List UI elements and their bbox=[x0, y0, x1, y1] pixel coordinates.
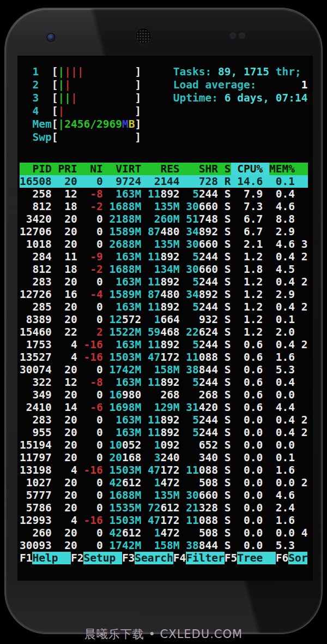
process-row[interactable]: 12726 16 -4 1589M 87480 34892 S 1.2 2.9 bbox=[20, 288, 308, 301]
process-row[interactable]: 5777 20 0 1688M 135M 30660 S 0.0 4.6 bbox=[20, 489, 308, 502]
process-row[interactable]: 258 12 -8 163M 11892 5244 S 7.9 0.4 bbox=[20, 188, 308, 200]
watermark: 晨曦乐下载 • CXLEDU.COM bbox=[0, 627, 327, 642]
meter-info-line: Mem[|2456/2969MB] bbox=[20, 118, 308, 131]
proximity-sensor-icon bbox=[229, 33, 236, 39]
process-table: 16508 20 0 9724 2144 728 R 14.6 0.1 258 … bbox=[20, 175, 308, 552]
process-row[interactable]: 285 20 0 163M 11892 5244 S 1.2 0.4 2 bbox=[20, 301, 308, 313]
column-header-pri[interactable]: PRI bbox=[58, 163, 77, 175]
system-meters: 1 [|||| ] Tasks: 89, 1715 thr; 2 [|| ] L… bbox=[20, 65, 308, 144]
terminal-screen: 1 [|||| ] Tasks: 89, 1715 thr; 2 [|| ] L… bbox=[17, 56, 313, 581]
process-row[interactable]: 812 18 -2 1688M 135M 30660 S 7.3 4.6 bbox=[20, 200, 308, 213]
fkey-filter[interactable]: F4Filter bbox=[173, 552, 225, 564]
process-row[interactable]: 12706 20 0 1589M 87480 34892 S 6.7 2.9 bbox=[20, 225, 308, 238]
process-row[interactable]: 955 20 0 163M 11892 5244 S 0.0 0.4 2 bbox=[20, 426, 308, 439]
process-row[interactable]: 13527 4 -16 1503M 47172 11088 S 0.6 1.6 bbox=[20, 351, 308, 363]
process-row[interactable]: 283 20 0 163M 11892 5244 S 0.0 0.4 2 bbox=[20, 414, 308, 426]
process-row[interactable]: 2410 14 -6 1698M 129M 31420 S 0.6 4.4 bbox=[20, 401, 308, 414]
meter-info-line: 2 [|| ] Load average: 1 bbox=[20, 79, 308, 92]
process-row[interactable]: 12993 4 -16 1503M 47172 11088 S 0.0 1.6 bbox=[20, 514, 308, 527]
meter-info-line: 4 [| ] bbox=[20, 105, 308, 118]
process-row[interactable]: 8389 20 0 12572 1664 932 S 1.2 0.1 bbox=[20, 313, 308, 326]
process-row[interactable]: 283 20 0 163M 11892 5244 S 1.2 0.4 2 bbox=[20, 276, 308, 288]
fkey-setup[interactable]: F2Setup bbox=[71, 552, 122, 564]
column-header-res[interactable]: RES bbox=[160, 163, 179, 175]
speaker-grille-icon bbox=[136, 28, 151, 44]
process-row[interactable]: 812 18 -2 1688M 134M 30660 S 1.8 4.5 bbox=[20, 263, 308, 276]
process-row[interactable]: 260 20 0 42612 1472 508 S 0.0 0.0 4 bbox=[20, 527, 308, 539]
process-row[interactable]: 15194 20 0 10052 1092 652 S 0.0 0.0 bbox=[20, 439, 308, 451]
process-row[interactable]: 1753 4 -16 163M 11892 5244 S 0.6 0.4 2 bbox=[20, 338, 308, 351]
table-header: PID PRI NI VIRT RES SHR S CPU% MEM% bbox=[20, 163, 308, 175]
screenshot-stage: 1 [|||| ] Tasks: 89, 1715 thr; 2 [|| ] L… bbox=[0, 0, 327, 644]
process-row[interactable]: 349 20 0 16980 268 268 S 0.6 0.0 bbox=[20, 389, 308, 401]
process-row[interactable]: 30074 20 0 1742M 158M 38844 S 0.6 5.3 bbox=[20, 363, 308, 376]
column-header-pid[interactable]: PID bbox=[32, 163, 51, 175]
fkey-sortby[interactable]: F6Sor bbox=[276, 552, 308, 564]
column-header-shr[interactable]: SHR bbox=[199, 163, 218, 175]
ambient-sensor-icon bbox=[239, 33, 245, 39]
process-row-selected[interactable]: 16508 20 0 9724 2144 728 R 14.6 0.1 bbox=[20, 175, 308, 188]
process-row[interactable]: 3420 20 0 2188M 260M 51748 S 6.7 8.8 bbox=[20, 213, 308, 225]
process-row[interactable]: 5786 20 0 1535M 72612 21328 S 0.0 2.4 bbox=[20, 502, 308, 514]
column-header-mem[interactable]: MEM% bbox=[269, 163, 295, 175]
fkey-search[interactable]: F3Search bbox=[122, 552, 173, 564]
phone-frame: 1 [|||| ] Tasks: 89, 1715 thr; 2 [|| ] L… bbox=[4, 8, 323, 634]
column-header-ni[interactable]: NI bbox=[90, 163, 102, 175]
process-row[interactable]: 284 11 -9 163M 11892 5244 S 1.2 0.4 2 bbox=[20, 251, 308, 263]
fkey-tree[interactable]: F5Tree bbox=[225, 552, 276, 564]
process-row[interactable]: 15460 22 2 1522M 59468 22624 S 1.2 2.0 bbox=[20, 326, 308, 338]
process-row[interactable]: 1027 20 0 42612 1472 508 S 0.0 0.0 2 bbox=[20, 476, 308, 489]
spacer bbox=[20, 144, 308, 163]
meter-info-line: 3 [||| ] Uptime: 6 days, 07:14 bbox=[20, 92, 308, 105]
htop-app: 1 [|||| ] Tasks: 89, 1715 thr; 2 [|| ] L… bbox=[20, 65, 308, 564]
process-row[interactable]: 11797 20 0 20168 3240 340 S 0.0 0.1 bbox=[20, 451, 308, 464]
process-row[interactable]: 1018 20 0 2688M 135M 30660 S 2.1 4.6 3 bbox=[20, 238, 308, 251]
meter-info-line: 1 [|||| ] Tasks: 89, 1715 thr; bbox=[20, 65, 308, 79]
function-key-bar: F1Help F2Setup F3SearchF4FilterF5Tree F6… bbox=[20, 552, 308, 564]
fkey-help[interactable]: F1Help bbox=[20, 552, 71, 564]
column-header-cpu[interactable]: CPU% bbox=[237, 163, 263, 175]
front-camera-icon bbox=[47, 34, 55, 41]
process-row[interactable]: 30093 20 0 1742M 158M 38844 S 0.0 5.3 bbox=[20, 539, 308, 552]
process-row[interactable]: 322 12 -8 163M 11892 5244 S 0.6 0.4 bbox=[20, 376, 308, 389]
process-row[interactable]: 13198 4 -16 1503M 47172 11088 S 0.0 1.6 bbox=[20, 464, 308, 476]
column-header-virt[interactable]: VIRT bbox=[116, 163, 141, 175]
column-header-s[interactable]: S bbox=[225, 163, 231, 175]
meter-info-line: Swp[ ] bbox=[20, 131, 308, 144]
